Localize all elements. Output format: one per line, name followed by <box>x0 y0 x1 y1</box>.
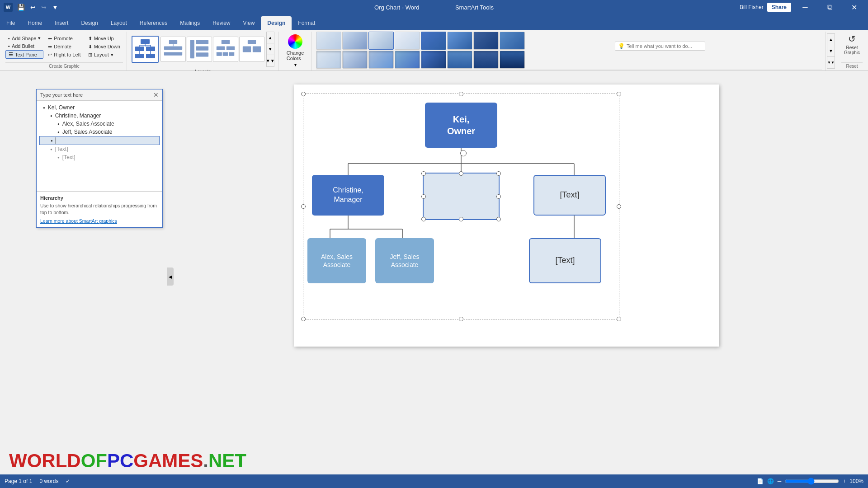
promote-button[interactable]: ⬅ Promote <box>45 35 83 42</box>
undo-button[interactable]: ↩ <box>28 3 38 12</box>
style-thumb-4[interactable] <box>395 32 420 50</box>
view-web-button[interactable]: 🌐 <box>767 478 774 484</box>
chart-box-alex[interactable]: Alex, SalesAssociate <box>307 238 366 283</box>
sel-br[interactable] <box>496 217 501 221</box>
layout-thumb-4[interactable] <box>213 37 238 62</box>
scroll-expand-button[interactable]: ▼▼ <box>266 55 274 67</box>
layout-thumb-2[interactable] <box>160 37 186 62</box>
move-down-button[interactable]: ⬇ Move Down <box>85 43 123 51</box>
customize-button[interactable]: ▼ <box>50 3 60 12</box>
handle-bc[interactable] <box>459 317 463 321</box>
style-thumb-15[interactable] <box>473 51 499 69</box>
change-colors-button[interactable]: ChangeColors ▾ <box>283 32 308 70</box>
style-thumb-2[interactable] <box>342 32 368 50</box>
sel-bl[interactable] <box>421 217 426 221</box>
sel-tc[interactable] <box>459 171 463 176</box>
tab-home[interactable]: Home <box>21 16 48 30</box>
sel-bc[interactable] <box>459 217 463 221</box>
wm-pc: PC <box>107 450 133 471</box>
tab-view[interactable]: View <box>237 16 261 30</box>
tab-format[interactable]: Format <box>292 16 321 30</box>
layout-button[interactable]: ⊞ Layout ▾ <box>85 51 123 59</box>
text-pane-close-button[interactable]: ✕ <box>153 91 159 99</box>
view-print-button[interactable]: 📄 <box>757 478 764 484</box>
minimize-button[interactable]: ─ <box>795 0 816 14</box>
style-thumb-10[interactable] <box>342 51 368 69</box>
style-thumb-12[interactable] <box>395 51 420 69</box>
handle-mr[interactable] <box>617 204 621 209</box>
style-thumb-7[interactable] <box>473 32 499 50</box>
zoom-in-button[interactable]: + <box>843 478 846 484</box>
tell-me-input[interactable] <box>627 43 699 49</box>
add-shape-button[interactable]: ▪ Add Shape ▾ <box>5 34 43 42</box>
restore-button[interactable]: ⧉ <box>819 0 840 14</box>
smartart-title: SmartArt Tools <box>455 4 494 11</box>
layout-thumb-3[interactable] <box>187 37 212 62</box>
chart-box-text-right[interactable]: [Text] <box>533 175 606 216</box>
handle-tr[interactable] <box>617 92 621 96</box>
tab-review[interactable]: Review <box>206 16 236 30</box>
share-button[interactable]: Share <box>767 3 791 12</box>
handle-ml[interactable] <box>301 204 306 209</box>
layout-thumb-5[interactable] <box>239 37 264 62</box>
layout-2-svg <box>163 39 183 59</box>
collapse-arrow[interactable]: ◀ <box>167 267 174 286</box>
handle-tl[interactable] <box>301 92 306 96</box>
style-thumb-9[interactable] <box>316 51 341 69</box>
styles-scroll-down[interactable]: ▼ <box>827 45 835 57</box>
tab-mailings[interactable]: Mailings <box>174 16 206 30</box>
style-thumb-5[interactable] <box>421 32 446 50</box>
style-thumb-13[interactable] <box>421 51 446 69</box>
text-pane-body[interactable]: ● Kei, Owner ● Christine, Manager ● Alex… <box>37 101 162 191</box>
add-bullet-button[interactable]: ▪ Add Bullet <box>5 42 43 50</box>
handle-bl[interactable] <box>301 317 306 321</box>
chart-box-empty-selected[interactable] <box>423 173 500 220</box>
styles-scroll-expand[interactable]: ▼▼ <box>827 57 835 69</box>
sel-ml[interactable] <box>421 194 426 199</box>
tab-layout[interactable]: Layout <box>104 16 133 30</box>
chart-box-jeff[interactable]: Jeff, SalesAssociate <box>375 238 434 283</box>
text-pane-button[interactable]: ☰ Text Pane <box>5 50 43 59</box>
right-to-left-button[interactable]: ↩ Right to Left <box>45 51 83 59</box>
chart-box-kei[interactable]: Kei,Owner <box>425 103 497 148</box>
zoom-slider[interactable] <box>785 478 839 485</box>
chart-box-text-bottom[interactable]: [Text] <box>529 238 601 283</box>
tab-insert[interactable]: Insert <box>48 16 75 30</box>
style-thumb-3[interactable] <box>368 32 394 50</box>
scroll-up-button[interactable]: ▲ <box>266 32 274 43</box>
tell-me-box[interactable]: 💡 <box>615 42 705 51</box>
sel-mr[interactable] <box>496 194 501 199</box>
tab-design[interactable]: Design <box>75 16 104 30</box>
chart-box-christine[interactable]: Christine,Manager <box>312 175 384 216</box>
scroll-down-button[interactable]: ▼ <box>266 43 274 55</box>
demote-button[interactable]: ➡ Demote <box>45 43 83 51</box>
main-area: Type your text here ✕ ● Kei, Owner ● Chr… <box>0 71 868 473</box>
app-title: Org Chart - Word <box>374 4 419 11</box>
svg-rect-25 <box>248 40 256 44</box>
style-thumb-1[interactable] <box>316 32 341 50</box>
handle-br[interactable] <box>617 317 621 321</box>
pane-item-active[interactable]: ● <box>39 136 160 145</box>
selected-layout-thumb[interactable] <box>132 36 159 63</box>
close-button[interactable]: ✕ <box>844 0 864 14</box>
learn-more-link[interactable]: Learn more about SmartArt graphics <box>40 218 159 224</box>
reset-label: Reset <box>841 62 863 70</box>
tab-references[interactable]: References <box>133 16 174 30</box>
save-button[interactable]: 💾 <box>15 3 27 12</box>
style-thumb-11[interactable] <box>368 51 394 69</box>
tab-file[interactable]: File <box>0 16 21 30</box>
style-thumb-8[interactable] <box>500 32 525 50</box>
style-thumb-16[interactable] <box>500 51 525 69</box>
sel-tl[interactable] <box>421 171 426 176</box>
zoom-out-button[interactable]: ─ <box>778 478 782 484</box>
styles-scroll-up[interactable]: ▲ <box>827 33 835 45</box>
handle-tc[interactable] <box>459 92 463 96</box>
rotate-handle[interactable] <box>460 150 467 156</box>
redo-button[interactable]: ↪ <box>39 3 48 12</box>
style-thumb-6[interactable] <box>447 32 472 50</box>
reset-graphic-button[interactable]: ↺ ResetGraphic <box>841 32 863 57</box>
style-thumb-14[interactable] <box>447 51 472 69</box>
tab-smartart-design[interactable]: Design <box>261 16 292 30</box>
sel-tr[interactable] <box>496 171 501 176</box>
move-up-button[interactable]: ⬆ Move Up <box>85 35 123 42</box>
